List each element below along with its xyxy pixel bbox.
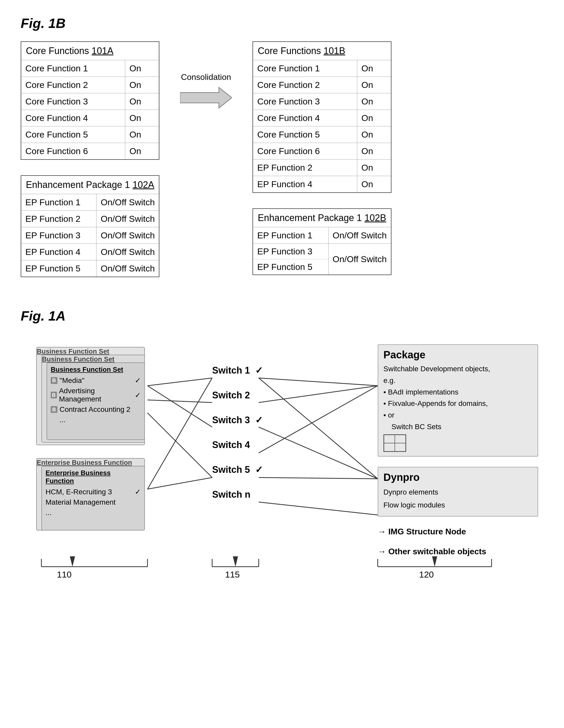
cell-name: Core Function 5 bbox=[21, 126, 125, 143]
bfs-title-back: Business Function Set bbox=[37, 347, 109, 355]
ebf-material-label: Material Management bbox=[46, 498, 116, 506]
cell-value: On bbox=[357, 93, 391, 110]
ebf-title-back: Enterprise Business Function bbox=[37, 459, 132, 466]
switch-n: Switch n bbox=[212, 489, 263, 500]
bottom-label-120: 120 bbox=[419, 570, 434, 580]
cell-name: Core Function 1 bbox=[21, 60, 125, 77]
svg-line-6 bbox=[147, 477, 212, 489]
table-row: Core Function 6 On bbox=[253, 143, 391, 160]
ep-102a-header-id: 102A bbox=[132, 179, 154, 190]
switch-1: Switch 1 ✓ bbox=[212, 365, 263, 376]
cell-value: On bbox=[125, 143, 159, 159]
right-packages: Package Switchable Development objects,e… bbox=[378, 344, 538, 556]
package-title: Package bbox=[384, 349, 532, 361]
fig1b-section: Fig. 1B Core Functions 101A Core Functio… bbox=[21, 16, 543, 277]
b-icon: B bbox=[51, 377, 57, 384]
ebf-item-material: Material Management bbox=[46, 498, 141, 506]
left-side: Core Functions 101A Core Function 1 On C… bbox=[21, 41, 159, 277]
fig1b-label: Fig. 1B bbox=[21, 16, 543, 31]
switches-column: Switch 1 ✓ Switch 2 Switch 3 ✓ Switch 4 … bbox=[212, 365, 263, 500]
cell-value: On bbox=[125, 93, 159, 110]
bc-cell bbox=[395, 443, 406, 451]
switch-1-label: Switch 1 bbox=[212, 365, 250, 376]
svg-line-11 bbox=[259, 477, 378, 479]
table-row: EP Function 2 On/Off Switch bbox=[21, 211, 159, 227]
ep1-102a-table: Enhancement Package 1 102A EP Function 1… bbox=[21, 175, 159, 277]
switch-2: Switch 2 bbox=[212, 390, 263, 401]
bfs-title-mid: Business Function Set bbox=[42, 355, 114, 363]
bfs-ellipsis: ... bbox=[51, 416, 141, 424]
cell-value: On bbox=[357, 110, 391, 126]
cell-name: EP Function 4 bbox=[21, 244, 96, 260]
cell-name: EP Function 1 bbox=[253, 227, 328, 244]
cell-name: Core Function 3 bbox=[253, 93, 357, 110]
bc-cell bbox=[384, 435, 395, 443]
ebf-hcm-label: HCM, E-Recruiting 3 bbox=[46, 488, 112, 496]
table-row: Core Function 1 On bbox=[21, 60, 159, 77]
cell-value: On bbox=[357, 143, 391, 159]
switch-5-check: ✓ bbox=[255, 464, 263, 475]
cell-value: On/Off Switch bbox=[96, 194, 159, 210]
right-side: Core Functions 101B Core Function 1 On C… bbox=[252, 41, 391, 275]
svg-marker-14 bbox=[70, 556, 75, 567]
svg-marker-0 bbox=[180, 87, 232, 108]
cell-name: EP Function 2 bbox=[21, 211, 96, 227]
core-101b-header: Core Functions 101B bbox=[253, 42, 391, 60]
cell-value: On bbox=[357, 176, 391, 192]
merged-names: EP Function 3 EP Function 5 bbox=[253, 244, 328, 275]
svg-line-5 bbox=[147, 378, 212, 489]
cell-value: On/Off Switch bbox=[96, 260, 159, 277]
fig1b-container: Core Functions 101A Core Function 1 On C… bbox=[21, 41, 543, 277]
consolidation-arrow-container: Consolidation bbox=[180, 41, 232, 109]
dynpro-box: Dynpro Dynpro elements Flow logic module… bbox=[378, 467, 538, 517]
table-row: EP Function 2 On bbox=[253, 160, 391, 176]
svg-line-7 bbox=[259, 378, 378, 386]
fig1a-label: Fig. 1A bbox=[21, 308, 543, 324]
ebf-title-front: Enterprise Business Function bbox=[46, 469, 141, 485]
bfs-media-label: "Media" bbox=[59, 376, 84, 385]
fig1a-diagram: Business Function Set Business Function … bbox=[21, 334, 543, 587]
bc-cell bbox=[395, 435, 406, 443]
checkmark-advertising: ✓ bbox=[135, 391, 141, 399]
dynpro-title: Dynpro bbox=[384, 472, 532, 483]
cell-name: Core Function 4 bbox=[253, 110, 357, 126]
switch-2-label: Switch 2 bbox=[212, 390, 250, 401]
ep-102b-header: Enhancement Package 1 102B bbox=[253, 209, 391, 227]
table-row: Core Function 2 On bbox=[21, 77, 159, 93]
bfs-item-media: B "Media" ✓ bbox=[51, 376, 141, 385]
table-row-merged: EP Function 3 EP Function 5 On/Off Switc… bbox=[253, 244, 391, 275]
sub-row: EP Function 5 bbox=[253, 259, 328, 275]
bfs-advertising-label: Advertising Management bbox=[59, 387, 133, 403]
merged-value: On/Off Switch bbox=[329, 244, 391, 275]
cell-name: EP Function 5 bbox=[21, 260, 96, 277]
cell-value: On/Off Switch bbox=[96, 244, 159, 260]
svg-line-4 bbox=[147, 413, 212, 477]
table-row: Core Function 5 On bbox=[253, 126, 391, 143]
cell-value: On bbox=[357, 160, 391, 176]
ep-102a-header: Enhancement Package 1 102A bbox=[21, 176, 159, 194]
switch-3-label: Switch 3 bbox=[212, 415, 250, 426]
cell-name: Core Function 6 bbox=[253, 143, 357, 159]
consolidation-label: Consolidation bbox=[181, 72, 231, 82]
bfs-item-contract: B Contract Accounting 2 bbox=[51, 405, 141, 414]
img-structure-label: → IMG Structure Node bbox=[378, 527, 538, 536]
svg-line-3 bbox=[147, 400, 212, 403]
table-row: Core Function 6 On bbox=[21, 143, 159, 159]
cell-value: On bbox=[357, 60, 391, 77]
cell-value: On/Off Switch bbox=[96, 227, 159, 244]
switch-4-label: Switch 4 bbox=[212, 439, 250, 450]
switch-3-check: ✓ bbox=[255, 415, 263, 426]
cell-name: Core Function 2 bbox=[21, 77, 125, 93]
bottom-label-115: 115 bbox=[225, 570, 240, 580]
cell-name: Core Function 4 bbox=[21, 110, 125, 126]
table-row: Core Function 5 On bbox=[21, 126, 159, 143]
svg-marker-16 bbox=[233, 556, 238, 567]
package-box: Package Switchable Development objects,e… bbox=[378, 344, 538, 457]
core-functions-101b-table: Core Functions 101B Core Function 1 On C… bbox=[252, 41, 391, 193]
cell-name: EP Function 2 bbox=[253, 160, 357, 176]
table-row: EP Function 1 On/Off Switch bbox=[253, 227, 391, 244]
core-101a-header-id: 101A bbox=[92, 45, 113, 56]
table-row: EP Function 3 On/Off Switch bbox=[21, 227, 159, 244]
ep1-102b-table: Enhancement Package 1 102B EP Function 1… bbox=[252, 208, 391, 275]
svg-line-9 bbox=[259, 427, 378, 479]
